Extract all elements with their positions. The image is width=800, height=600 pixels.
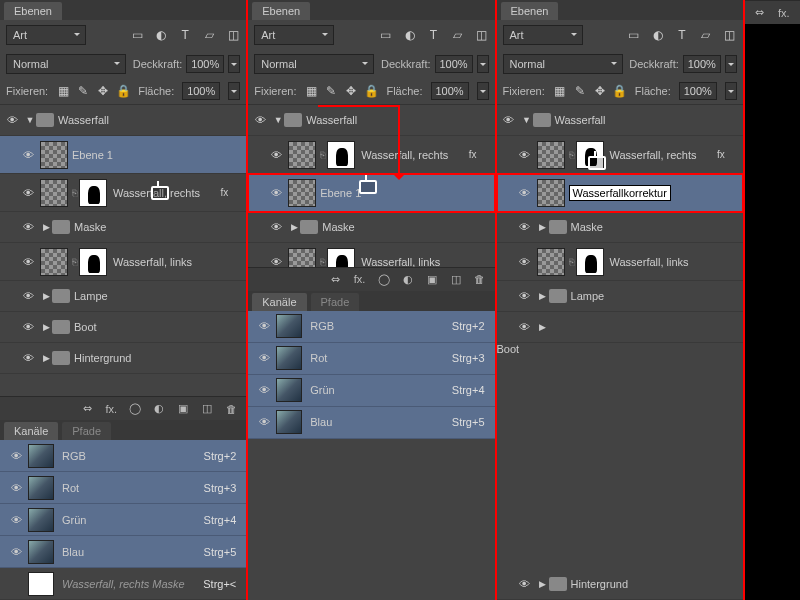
visibility-icon[interactable]: 👁 [248,114,272,126]
fill-stepper[interactable] [228,82,240,100]
smart-icon[interactable]: ◫ [226,28,240,42]
opacity-input[interactable]: 100% [683,55,721,73]
smart-icon[interactable]: ◫ [475,28,489,42]
layer-wasserfall-rechts[interactable]: 👁 ⎘ Wasserfall, rechts fx [0,174,246,212]
fx-icon[interactable]: fx. [104,402,118,416]
adjust-icon[interactable]: ◐ [403,28,417,42]
visibility-icon[interactable]: 👁 [16,149,40,161]
expand-icon[interactable]: ▶ [40,353,52,363]
group-lampe[interactable]: 👁▶Lampe [497,281,743,312]
group-boot[interactable]: 👁 ▶ Boot [0,312,246,343]
layer-rename-input[interactable]: Wasserfallkorrektur [569,185,671,201]
expand-icon[interactable]: ▶ [40,222,52,232]
new-layer-icon[interactable]: ◫ [200,402,214,416]
group-wasserfall[interactable]: 👁▼Wasserfall [248,105,494,136]
visibility-icon[interactable]: 👁 [513,187,537,199]
opacity-stepper[interactable] [477,55,489,73]
fill-stepper[interactable] [725,82,737,100]
shape-icon[interactable]: ▱ [202,28,216,42]
type-icon[interactable]: T [675,28,689,42]
group-wasserfall[interactable]: 👁▼Wasserfall [497,105,743,136]
adjustment-icon[interactable]: ◐ [401,272,415,286]
link-icon[interactable]: ⇔ [753,6,767,20]
fx-icon[interactable]: fx. [777,6,791,20]
visibility-icon[interactable]: 👁 [513,578,537,590]
group-hintergrund[interactable]: 👁 ▶ Hintergrund [0,343,246,374]
layer-wasserfall-links[interactable]: 👁 ⎘ Wasserfall, links [0,243,246,281]
filter-type-dropdown[interactable]: Art [254,25,334,45]
visibility-icon[interactable]: 👁 [16,187,40,199]
adjustment-icon[interactable]: ◐ [152,402,166,416]
visibility-icon[interactable]: 👁 [264,221,288,233]
channel-mask[interactable]: Wasserfall, rechts MaskeStrg+< [0,568,246,600]
visibility-icon[interactable]: 👁 [16,290,40,302]
image-icon[interactable]: ▭ [130,28,144,42]
type-icon[interactable]: T [178,28,192,42]
group-icon[interactable]: ▣ [425,272,439,286]
fx-icon[interactable]: fx. [353,272,367,286]
visibility-icon[interactable]: 👁 [4,546,28,558]
visibility-icon[interactable]: 👁 [16,321,40,333]
lock-move-icon[interactable]: ✥ [344,84,358,98]
lock-move-icon[interactable]: ✥ [96,84,110,98]
fill-input[interactable]: 100% [679,82,717,100]
lock-all-icon[interactable]: 🔒 [364,84,378,98]
opacity-stepper[interactable] [228,55,240,73]
mask-icon[interactable]: ◯ [377,272,391,286]
visibility-icon[interactable]: 👁 [4,450,28,462]
link-icon[interactable]: ⇔ [80,402,94,416]
opacity-input[interactable]: 100% [186,55,224,73]
filter-type-dropdown[interactable]: Art [6,25,86,45]
layer-mask[interactable] [79,179,107,207]
channel-rot[interactable]: 👁RotStrg+3 [0,472,246,504]
lock-pixels-icon[interactable]: ▦ [553,84,567,98]
visibility-icon[interactable]: 👁 [264,256,288,267]
tab-layers[interactable]: Ebenen [4,2,62,20]
visibility-icon[interactable]: 👁 [16,221,40,233]
tab-channels[interactable]: Kanäle [4,422,58,440]
fx-badge[interactable]: fx [220,187,228,198]
channel-gruen[interactable]: 👁GrünStrg+4 [248,375,494,407]
tab-layers[interactable]: Ebenen [501,2,559,20]
opacity-stepper[interactable] [725,55,737,73]
group-lampe[interactable]: 👁 ▶ Lampe [0,281,246,312]
mask-link-icon[interactable]: ⎘ [72,257,77,267]
channel-rgb[interactable]: 👁RGBStrg+2 [248,311,494,343]
tab-layers[interactable]: Ebenen [252,2,310,20]
tab-paths[interactable]: Pfade [62,422,111,440]
group-maske[interactable]: 👁 ▶ Maske [0,212,246,243]
visibility-icon[interactable]: 👁 [16,256,40,268]
smart-icon[interactable]: ◫ [723,28,737,42]
visibility-icon[interactable]: 👁 [264,149,288,161]
group-hintergrund[interactable]: 👁▶Hintergrund [497,569,743,600]
group-icon[interactable]: ▣ [176,402,190,416]
lock-pixels-icon[interactable]: ▦ [304,84,318,98]
visibility-icon[interactable]: 👁 [4,482,28,494]
channel-rot[interactable]: 👁RotStrg+3 [248,343,494,375]
group-maske[interactable]: 👁▶Maske [248,212,494,243]
expand-icon[interactable]: ▶ [40,322,52,332]
layer-ebene1[interactable]: 👁Ebene 1 [248,174,494,212]
tab-channels[interactable]: Kanäle [252,293,306,311]
fill-input[interactable]: 100% [431,82,469,100]
visibility-icon[interactable]: 👁 [513,221,537,233]
blend-mode-dropdown[interactable]: Normal [6,54,126,74]
channel-gruen[interactable]: 👁GrünStrg+4 [0,504,246,536]
expand-icon[interactable]: ▶ [40,291,52,301]
layer-rename[interactable]: 👁Wasserfallkorrektur [497,174,743,212]
opacity-input[interactable]: 100% [435,55,473,73]
channel-rgb[interactable]: 👁RGBStrg+2 [0,440,246,472]
visibility-icon[interactable]: 👁 [513,256,537,268]
mask-icon[interactable]: ◯ [128,402,142,416]
visibility-icon[interactable]: 👁 [264,187,288,199]
layer-wasserfall-links[interactable]: 👁⎘Wasserfall, links [497,243,743,281]
shape-icon[interactable]: ▱ [451,28,465,42]
filter-type-dropdown[interactable]: Art [503,25,583,45]
image-icon[interactable]: ▭ [627,28,641,42]
channel-blau[interactable]: 👁BlauStrg+5 [248,407,494,439]
lock-brush-icon[interactable]: ✎ [324,84,338,98]
visibility-icon[interactable]: 👁 [0,114,24,126]
trash-icon[interactable]: 🗑 [224,402,238,416]
type-icon[interactable]: T [427,28,441,42]
visibility-icon[interactable]: 👁 [513,321,537,333]
